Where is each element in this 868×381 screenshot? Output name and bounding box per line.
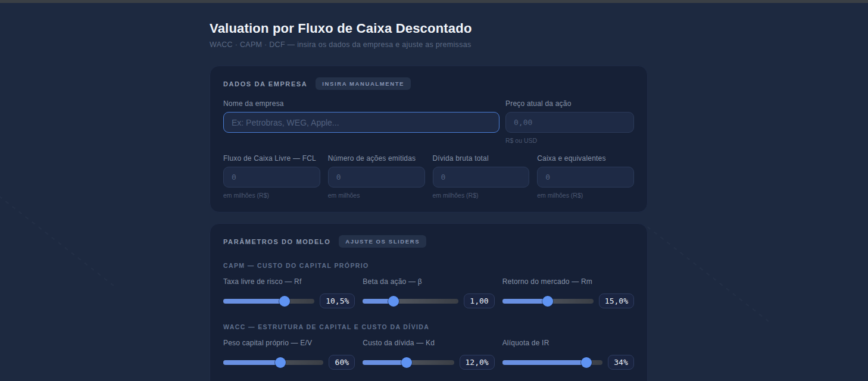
rm-slider-fill (502, 299, 548, 304)
shares-outstanding-input[interactable] (328, 167, 425, 188)
slider-group-ir: Alíquota de IR 34% (502, 339, 634, 370)
beta-slider-fill (363, 299, 394, 304)
cash-equivalents-label: Caixa e equivalentes (537, 154, 634, 163)
background-deco-line (647, 226, 770, 323)
rf-slider-value: 10,5% (320, 293, 355, 308)
ev-slider-value: 60% (329, 355, 355, 370)
share-price-input[interactable] (505, 112, 634, 133)
rf-slider-track[interactable] (223, 299, 314, 304)
beta-slider-thumb[interactable] (388, 296, 399, 307)
slider-group-ev: Peso capital próprio — E/V 60% (223, 339, 355, 370)
main-content: Valuation por Fluxo de Caixa Descontado … (210, 21, 648, 381)
kd-slider-label: Custo da dívida — Kd (363, 339, 494, 347)
slider-group-rf: Taxa livre de risco — Rf 10,5% (223, 277, 355, 309)
ir-slider-track[interactable] (502, 360, 602, 365)
slider-group-rm: Retorno do mercado — Rm 15,0% (502, 277, 634, 309)
rf-slider-thumb[interactable] (279, 296, 290, 307)
shares-outstanding-label: Número de ações emitidas (328, 154, 425, 163)
gross-debt-field: Dívida bruta total em milhões (R$) (433, 154, 530, 199)
page-subtitle: WACC · CAPM · DCF — insira os dados da e… (210, 40, 648, 49)
cash-equivalents-field: Caixa e equivalentes em milhões (R$) (537, 154, 634, 199)
rm-slider-label: Retorno do mercado — Rm (502, 277, 634, 286)
rf-slider-fill (223, 299, 285, 304)
ev-slider-fill (223, 360, 280, 365)
manual-entry-badge: INSIRA MANUALMENTE (316, 77, 411, 90)
ev-slider-label: Peso capital próprio — E/V (223, 339, 355, 347)
adjust-sliders-badge: AJUSTE OS SLIDERS (339, 235, 426, 248)
slider-group-kd: Custo da dívida — Kd 12,0% (363, 339, 494, 370)
cash-equivalents-hint: em milhões (R$) (537, 192, 634, 199)
share-price-hint: R$ ou USD (505, 137, 634, 144)
wacc-section-title: WACC — ESTRUTURA DE CAPITAL E CUSTO DA D… (220, 323, 634, 330)
rf-slider-label: Taxa livre de risco — Rf (223, 277, 355, 286)
fcl-input[interactable] (223, 167, 320, 188)
share-price-field: Preço atual da ação R$ ou USD (505, 99, 634, 144)
background-deco-line (0, 190, 115, 287)
shares-outstanding-hint: em milhões (328, 192, 425, 199)
beta-slider-label: Beta da ação — β (363, 277, 494, 286)
page-title: Valuation por Fluxo de Caixa Descontado (210, 21, 648, 36)
fcl-hint: em milhões (R$) (223, 192, 320, 199)
beta-slider-value: 1,00 (464, 293, 494, 308)
rm-slider-thumb[interactable] (542, 296, 553, 307)
share-price-label: Preço atual da ação (505, 99, 634, 108)
ir-slider-thumb[interactable] (581, 357, 592, 368)
ir-slider-fill (502, 360, 586, 365)
model-params-card: PARÂMETROS DO MODELO AJUSTE OS SLIDERS C… (210, 223, 648, 381)
ev-slider-thumb[interactable] (275, 357, 286, 368)
kd-slider-value: 12,0% (460, 355, 495, 370)
top-strip (0, 0, 868, 3)
rm-slider-track[interactable] (502, 299, 594, 304)
params-card-heading: PARÂMETROS DO MODELO (223, 238, 330, 245)
fcl-label: Fluxo de Caixa Livre — FCL (223, 154, 320, 163)
ev-slider-track[interactable] (223, 360, 323, 365)
company-data-card: DADOS DA EMPRESA INSIRA MANUALMENTE Nome… (210, 65, 648, 213)
company-name-input[interactable] (223, 112, 499, 133)
rm-slider-value: 15,0% (599, 293, 634, 308)
capm-section-title: CAPM — CUSTO DO CAPITAL PRÓPRIO (220, 262, 634, 269)
company-name-field: Nome da empresa (223, 99, 499, 144)
fcl-field: Fluxo de Caixa Livre — FCL em milhões (R… (223, 154, 320, 199)
shares-outstanding-field: Número de ações emitidas em milhões (328, 154, 425, 199)
slider-group-beta: Beta da ação — β 1,00 (363, 277, 494, 309)
company-card-heading: DADOS DA EMPRESA (223, 80, 307, 88)
cash-equivalents-input[interactable] (537, 167, 634, 188)
ir-slider-label: Alíquota de IR (502, 339, 634, 347)
company-name-label: Nome da empresa (223, 99, 499, 108)
kd-slider-track[interactable] (363, 360, 454, 365)
beta-slider-track[interactable] (363, 299, 458, 304)
gross-debt-label: Dívida bruta total (433, 154, 530, 163)
gross-debt-input[interactable] (433, 167, 530, 188)
ir-slider-value: 34% (608, 355, 634, 370)
gross-debt-hint: em milhões (R$) (433, 192, 530, 199)
kd-slider-thumb[interactable] (401, 357, 412, 368)
kd-slider-fill (363, 360, 407, 365)
